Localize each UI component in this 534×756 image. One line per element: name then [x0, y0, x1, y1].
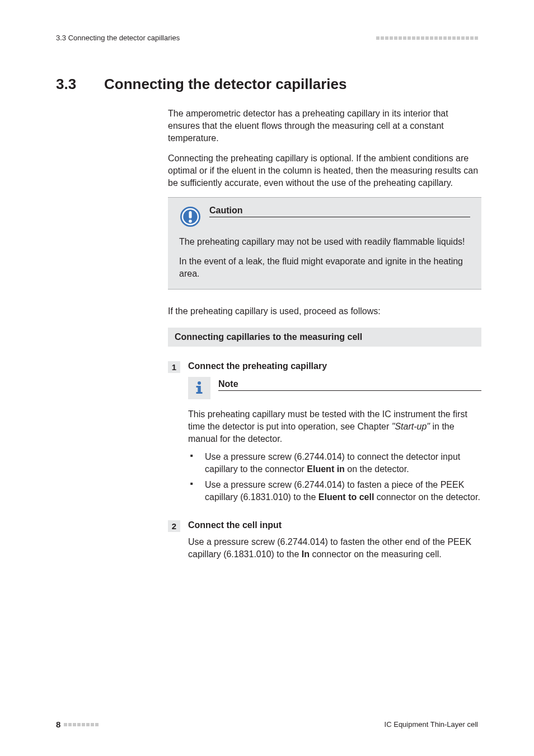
caution-paragraph-1: The preheating capillary may not be used… — [179, 236, 470, 248]
header-ornament — [376, 36, 478, 40]
running-header: 3.3 Connecting the detector capillaries — [56, 34, 478, 42]
step-1-title: Connect the preheating capillary — [188, 361, 481, 371]
step-1-bullet-2: Use a pressure screw (6.2744.014) to fas… — [200, 479, 481, 503]
footer-right: IC Equipment Thin-Layer cell — [385, 720, 478, 729]
page-footer: 8 IC Equipment Thin-Layer cell — [56, 720, 478, 729]
intro-paragraph-1: The amperometric detector has a preheati… — [168, 108, 481, 144]
svg-point-3 — [189, 220, 192, 223]
step-1: 1 Connect the preheating capillary Note — [168, 361, 481, 507]
caution-icon — [179, 206, 202, 228]
caution-callout: Caution The preheating capillary may not… — [168, 197, 481, 289]
info-icon — [188, 377, 210, 399]
step-1-number: 1 — [168, 361, 180, 373]
caution-title: Caution — [209, 206, 470, 217]
note-body-em: "Start-up" — [392, 422, 430, 431]
step-2-body: Use a pressure screw (6.2744.014) to fas… — [188, 536, 481, 561]
section-title-text: Connecting the detector capillaries — [104, 76, 346, 92]
step2-bold: In — [302, 549, 310, 559]
step2-post: connector on the measuring cell. — [310, 549, 442, 559]
step-1-bullet-1: Use a pressure screw (6.2744.014) to con… — [200, 451, 481, 475]
step-2: 2 Connect the cell input Use a pressure … — [168, 520, 481, 566]
note-body: This preheating capillary must be tested… — [188, 408, 481, 445]
intro-paragraph-2: Connecting the preheating capillary is o… — [168, 152, 481, 189]
caution-paragraph-2: In the event of a leak, the fluid might … — [179, 255, 470, 280]
section-number: 3.3 — [56, 76, 104, 93]
footer-ornament — [64, 723, 99, 726]
svg-rect-7 — [196, 392, 203, 394]
section-heading: 3.3Connecting the detector capillaries — [56, 76, 478, 93]
svg-rect-2 — [189, 211, 192, 218]
note-callout: Note — [188, 377, 481, 399]
note-title: Note — [218, 379, 481, 391]
step-1-bullets: Use a pressure screw (6.2744.014) to con… — [188, 451, 481, 503]
bullet2-post: connector on the detector. — [374, 492, 480, 502]
procedure-subheading: Connecting capillaries to the measuring … — [168, 328, 481, 347]
step-2-title: Connect the cell input — [188, 520, 481, 530]
svg-point-4 — [198, 381, 201, 385]
lead-paragraph: If the preheating capillary is used, pro… — [168, 305, 481, 318]
page-number: 8 — [56, 720, 60, 729]
bullet2-bold: Eluent to cell — [318, 492, 374, 502]
bullet1-bold: Eluent in — [307, 464, 345, 474]
svg-rect-6 — [196, 386, 199, 388]
bullet1-post: on the detector. — [345, 464, 409, 474]
running-header-left: 3.3 Connecting the detector capillaries — [56, 34, 180, 42]
step-2-number: 2 — [168, 520, 180, 532]
